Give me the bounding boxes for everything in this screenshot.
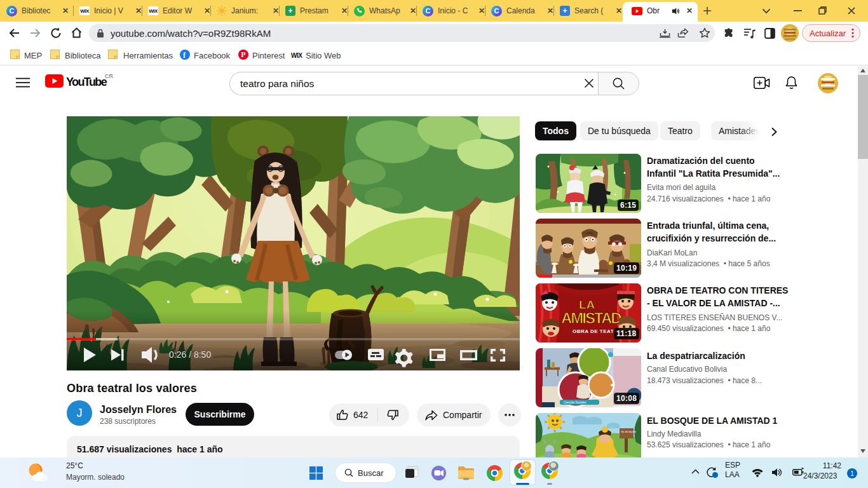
svg-text:AMISTAD: AMISTAD bbox=[561, 309, 621, 327]
svg-text:EL BOSQUE: EL BOSQUE bbox=[621, 430, 636, 433]
svg-text:Ciencias Sociales: Ciencias Sociales bbox=[564, 401, 587, 404]
svg-text:0:26 / 8:50: 0:26 / 8:50 bbox=[169, 349, 211, 360]
